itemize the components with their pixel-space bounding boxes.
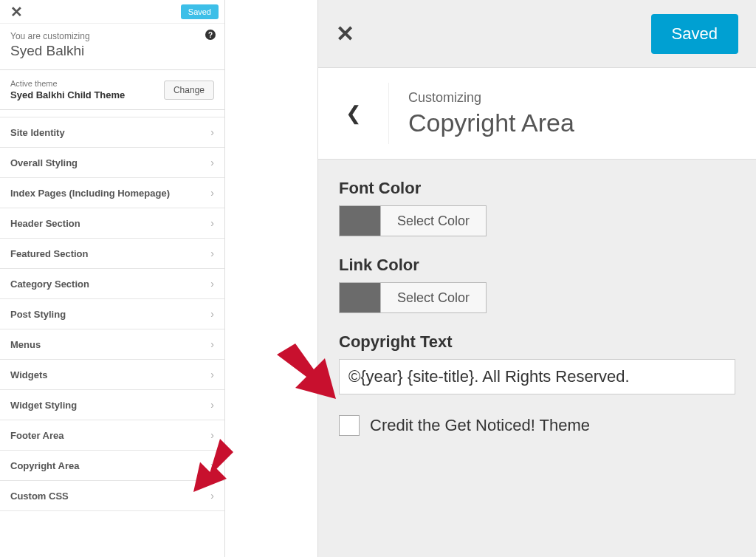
active-theme-name: Syed Balkhi Child Theme — [10, 89, 164, 100]
font-color-label: Font Color — [339, 179, 735, 198]
chevron-right-icon: › — [210, 429, 214, 441]
saved-button-small[interactable]: Saved — [181, 4, 219, 19]
chevron-right-icon: › — [210, 490, 214, 502]
sidebar-item-featured-section[interactable]: Featured Section› — [0, 238, 224, 269]
left-header: ✕ Saved — [0, 0, 224, 24]
chevron-right-icon: › — [210, 278, 214, 290]
right-customizer-panel: ✕ Saved ❮ Customizing Copyright Area Fon… — [317, 0, 756, 557]
panel-gap — [225, 0, 317, 557]
customizing-sublabel: Customizing — [408, 90, 574, 106]
back-button[interactable]: ❮ — [318, 83, 389, 144]
chevron-right-icon: › — [210, 369, 214, 380]
credit-checkbox-row: Credit the Get Noticed! Theme — [339, 415, 735, 436]
font-color-swatch[interactable] — [339, 205, 380, 236]
customizer-sections-list: Site Identity› Overall Styling› Index Pa… — [0, 117, 224, 511]
sidebar-item-menus[interactable]: Menus› — [0, 329, 224, 360]
change-theme-button[interactable]: Change — [164, 81, 214, 100]
sidebar-item-site-identity[interactable]: Site Identity› — [0, 117, 224, 148]
copyright-text-input[interactable] — [339, 359, 735, 394]
close-icon[interactable]: ✕ — [6, 3, 27, 21]
chevron-right-icon: › — [210, 459, 214, 471]
sidebar-item-header-section[interactable]: Header Section› — [0, 208, 224, 239]
customizing-info: ? You are customizing Syed Balkhi — [0, 24, 224, 70]
chevron-right-icon: › — [210, 338, 214, 350]
active-theme-label: Active theme — [10, 79, 164, 88]
chevron-right-icon: › — [210, 399, 214, 411]
active-theme-box: Active theme Syed Balkhi Child Theme Cha… — [0, 70, 224, 110]
sidebar-item-category-section[interactable]: Category Section› — [0, 268, 224, 299]
chevron-right-icon: › — [210, 157, 214, 168]
chevron-right-icon: › — [210, 308, 214, 320]
select-font-color-button[interactable]: Select Color — [380, 205, 487, 236]
sidebar-item-footer-area[interactable]: Footer Area› — [0, 420, 224, 451]
chevron-right-icon: › — [210, 187, 214, 199]
sidebar-item-index-pages[interactable]: Index Pages (Including Homepage)› — [0, 177, 224, 208]
left-customizer-panel: ✕ Saved ? You are customizing Syed Balkh… — [0, 0, 225, 557]
link-color-swatch[interactable] — [339, 282, 380, 313]
customizing-label: You are customizing — [10, 31, 214, 41]
select-link-color-button[interactable]: Select Color — [380, 282, 487, 313]
help-icon[interactable]: ? — [205, 30, 216, 40]
chevron-right-icon: › — [210, 247, 214, 259]
sidebar-item-copyright-area[interactable]: Copyright Area› — [0, 450, 224, 481]
font-color-picker: Select Color — [339, 205, 735, 236]
customizing-site-name: Syed Balkhi — [10, 43, 214, 59]
copyright-text-label: Copyright Text — [339, 332, 735, 352]
credit-label: Credit the Get Noticed! Theme — [370, 416, 590, 435]
section-title-bar: ❮ Customizing Copyright Area — [318, 68, 756, 160]
sidebar-item-custom-css[interactable]: Custom CSS› — [0, 480, 224, 511]
chevron-right-icon: › — [210, 126, 214, 138]
right-header: ✕ Saved — [318, 0, 756, 68]
chevron-left-icon: ❮ — [346, 102, 362, 124]
sidebar-item-post-styling[interactable]: Post Styling› — [0, 298, 224, 329]
close-icon[interactable]: ✕ — [336, 21, 354, 47]
credit-checkbox[interactable] — [339, 415, 360, 436]
section-title: Copyright Area — [408, 109, 574, 137]
saved-button[interactable]: Saved — [651, 14, 738, 54]
link-color-label: Link Color — [339, 256, 735, 275]
section-body: Font Color Select Color Link Color Selec… — [318, 160, 756, 455]
sidebar-item-widgets[interactable]: Widgets› — [0, 359, 224, 390]
chevron-right-icon: › — [210, 217, 214, 229]
sidebar-item-overall-styling[interactable]: Overall Styling› — [0, 147, 224, 178]
link-color-picker: Select Color — [339, 282, 735, 313]
sidebar-item-widget-styling[interactable]: Widget Styling› — [0, 389, 224, 420]
